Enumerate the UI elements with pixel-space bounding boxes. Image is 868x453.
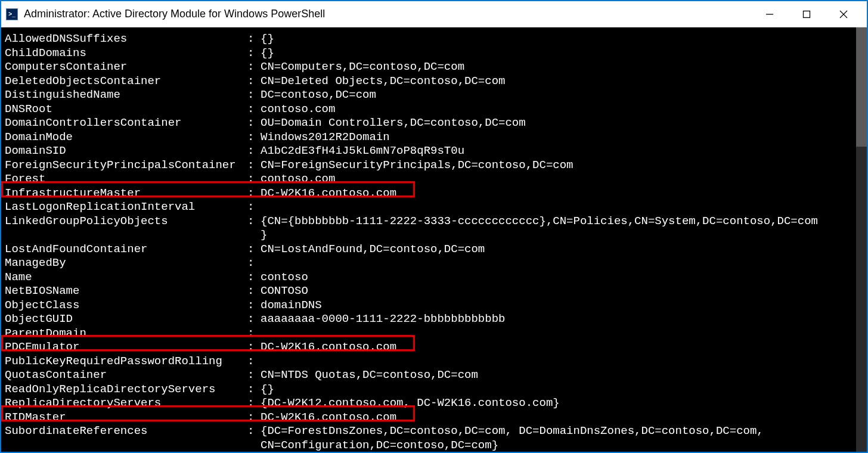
output-row: AllowedDNSSuffixes: {} (5, 32, 864, 46)
separator: : (247, 172, 261, 187)
output-row: SubordinateReferences: {DC=ForestDnsZone… (5, 424, 864, 439)
property-name: ForeignSecurityPrincipalsContainer (5, 159, 247, 173)
property-value: DC-W2K16.contoso.com (261, 187, 864, 201)
separator: : (247, 396, 261, 411)
output-row: ForeignSecurityPrincipalsContainer: CN=F… (5, 159, 864, 173)
scrollbar-thumb[interactable] (856, 27, 867, 147)
terminal-area[interactable]: AllowedDNSSuffixes: {}ChildDomains: {}Co… (1, 27, 867, 452)
output-row: DomainControllersContainer: OU=Domain Co… (5, 116, 864, 131)
output-row: LostAndFoundContainer: CN=LostAndFound,D… (5, 243, 864, 257)
separator: : (247, 144, 261, 159)
property-value (261, 200, 864, 215)
separator: : (247, 368, 261, 383)
property-value: contoso (261, 271, 864, 285)
property-value: contoso.com (261, 103, 864, 117)
separator: : (247, 424, 261, 439)
separator (247, 228, 261, 243)
separator: : (247, 116, 261, 131)
minimize-button[interactable] (751, 2, 788, 26)
output-row: DNSRoot: contoso.com (5, 103, 864, 117)
separator: : (247, 75, 261, 89)
output-row: ReplicaDirectoryServers: {DC-W2K12.conto… (5, 396, 864, 411)
output-row: Name: contoso (5, 271, 864, 285)
property-name: ObjectClass (5, 299, 247, 313)
property-name: LostAndFoundContainer (5, 243, 247, 257)
output-row: DeletedObjectsContainer: CN=Deleted Obje… (5, 75, 864, 89)
separator: : (247, 243, 261, 257)
output-row: PublicKeyRequiredPasswordRolling: (5, 355, 864, 369)
separator (247, 439, 261, 452)
property-name: LinkedGroupPolicyObjects (5, 215, 247, 229)
minimize-icon (765, 10, 774, 18)
output-row: NetBIOSName: CONTOSO (5, 284, 864, 299)
output-row: CN=Configuration,DC=contoso,DC=com} (5, 439, 864, 452)
property-value: {} (261, 32, 864, 46)
separator: : (247, 131, 261, 145)
property-name: PDCEmulator (5, 340, 247, 355)
separator: : (247, 32, 261, 46)
output-row: DomainSID: A1bC2dE3fH4iJ5kL6mN7oP8qR9sT0… (5, 144, 864, 159)
separator: : (247, 299, 261, 313)
separator: : (247, 200, 261, 215)
property-value: Windows2012R2Domain (261, 131, 864, 145)
separator: : (247, 159, 261, 173)
maximize-button[interactable] (788, 2, 825, 26)
property-name: ReadOnlyReplicaDirectoryServers (5, 383, 247, 397)
output-row: ReadOnlyReplicaDirectoryServers: {} (5, 383, 864, 397)
property-value: {} (261, 383, 864, 397)
output-row: LastLogonReplicationInterval: (5, 200, 864, 215)
property-name: ParentDomain (5, 327, 247, 341)
separator: : (247, 215, 261, 229)
output-row: ParentDomain: (5, 327, 864, 341)
property-name: LastLogonReplicationInterval (5, 200, 247, 215)
property-name: DistinguishedName (5, 88, 247, 103)
property-name: Forest (5, 172, 247, 187)
property-value: DC-W2K16.contoso.com (261, 411, 864, 425)
maximize-icon (802, 10, 811, 18)
separator: : (247, 103, 261, 117)
property-name: ManagedBy (5, 256, 247, 271)
property-name: QuotasContainer (5, 368, 247, 383)
property-value: CN=NTDS Quotas,DC=contoso,DC=com (261, 368, 864, 383)
powershell-icon (6, 8, 18, 20)
property-value: CN=Configuration,DC=contoso,DC=com} (261, 439, 864, 452)
property-value: } (261, 228, 864, 243)
output-row: PDCEmulator: DC-W2K16.contoso.com (5, 340, 864, 355)
property-name: AllowedDNSSuffixes (5, 32, 247, 46)
property-value: DC=contoso,DC=com (261, 88, 864, 103)
separator: : (247, 312, 261, 327)
property-name: ReplicaDirectoryServers (5, 396, 247, 411)
property-value: DC-W2K16.contoso.com (261, 340, 864, 355)
property-value: {CN={bbbbbbbb-1111-2222-3333-ccccccccccc… (261, 215, 864, 229)
separator: : (247, 355, 261, 369)
property-value: CN=Deleted Objects,DC=contoso,DC=com (261, 75, 864, 89)
property-name: DeletedObjectsContainer (5, 75, 247, 89)
scrollbar-track[interactable] (856, 27, 867, 452)
property-name (5, 439, 247, 452)
property-value: contoso.com (261, 172, 864, 187)
property-value: {DC-W2K12.contoso.com, DC-W2K16.contoso.… (261, 396, 864, 411)
output-row: } (5, 228, 864, 243)
property-name: InfrastructureMaster (5, 187, 247, 201)
property-name: DNSRoot (5, 103, 247, 117)
property-name: ComputersContainer (5, 60, 247, 75)
close-button[interactable] (825, 2, 862, 26)
output-row: DomainMode: Windows2012R2Domain (5, 131, 864, 145)
separator: : (247, 60, 261, 75)
property-name: DomainSID (5, 144, 247, 159)
property-value: CN=ForeignSecurityPrincipals,DC=contoso,… (261, 159, 864, 173)
separator: : (247, 411, 261, 425)
property-name: RIDMaster (5, 411, 247, 425)
window-title: Administrator: Active Directory Module f… (24, 8, 751, 20)
output-row: DistinguishedName: DC=contoso,DC=com (5, 88, 864, 103)
property-name: SubordinateReferences (5, 424, 247, 439)
separator: : (247, 187, 261, 201)
output-row: ComputersContainer: CN=Computers,DC=cont… (5, 60, 864, 75)
output-row: Forest: contoso.com (5, 172, 864, 187)
titlebar: Administrator: Active Directory Module f… (1, 1, 867, 27)
output-row: ObjectGUID: aaaaaaaa-0000-1111-2222-bbbb… (5, 312, 864, 327)
separator: : (247, 340, 261, 355)
property-value: aaaaaaaa-0000-1111-2222-bbbbbbbbbbbb (261, 312, 864, 327)
property-value: domainDNS (261, 299, 864, 313)
separator: : (247, 327, 261, 341)
